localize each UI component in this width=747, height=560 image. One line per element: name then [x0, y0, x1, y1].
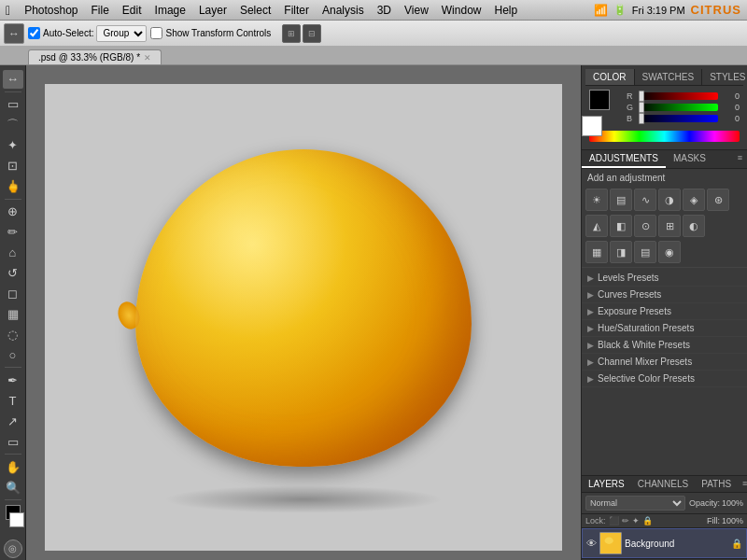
clone-tool[interactable]: ⌂	[3, 244, 23, 262]
tab-channels[interactable]: CHANNELS	[631, 476, 695, 492]
dodge-tool[interactable]: ○	[3, 345, 23, 364]
g-bar[interactable]	[639, 104, 718, 111]
blend-mode-select[interactable]: NormalMultiplyScreen	[585, 496, 685, 511]
move-tool-button[interactable]: ↔	[4, 23, 24, 44]
menu-help[interactable]: Help	[487, 4, 524, 17]
zoom-tool[interactable]: 🔍	[3, 478, 23, 497]
options-bar: ↔ Auto-Select: GroupLayer Show Transform…	[0, 21, 747, 47]
gradient-tool[interactable]: ▦	[3, 304, 23, 323]
document-tab[interactable]: .psd @ 33.3% (RGB/8) * ✕	[28, 49, 162, 64]
brightness-contrast-btn[interactable]: ☀	[585, 189, 608, 211]
quick-mask-btn[interactable]: ◎	[4, 539, 22, 558]
adj-icons-row-3: ▦ ◨ ▤ ◉	[582, 239, 747, 265]
color-balance-btn[interactable]: ◭	[585, 215, 608, 237]
menu-3d[interactable]: 3D	[371, 4, 398, 17]
curves-btn[interactable]: ∿	[634, 189, 656, 211]
adj-panel-minimize[interactable]: ≡	[733, 150, 747, 168]
menu-view[interactable]: View	[398, 4, 435, 17]
menu-filter[interactable]: Filter	[277, 4, 316, 17]
menu-select[interactable]: Select	[233, 4, 277, 17]
bw-btn[interactable]: ◧	[610, 215, 632, 237]
tab-masks[interactable]: MASKS	[666, 150, 713, 168]
tab-layers[interactable]: LAYERS	[582, 476, 631, 492]
posterize-btn[interactable]: ▦	[585, 241, 608, 263]
color-panel: COLOR SWATCHES STYLES ≡ R 0	[582, 65, 747, 150]
layers-lock-row: Lock: ⬛ ✏ ✦ 🔒 Fill: 100%	[582, 514, 747, 528]
crop-tool[interactable]: ⊡	[3, 157, 23, 175]
invert-btn[interactable]: ◐	[683, 215, 705, 237]
panels: COLOR SWATCHES STYLES ≡ R 0	[581, 65, 747, 560]
background-color[interactable]	[9, 512, 24, 527]
apple-logo-icon[interactable]: 	[6, 3, 10, 18]
group-select[interactable]: GroupLayer	[96, 25, 147, 42]
menu-image[interactable]: Image	[148, 4, 192, 17]
gradient-map-btn[interactable]: ▤	[634, 241, 656, 263]
layer-visibility-icon[interactable]: 👁	[586, 538, 597, 549]
channel-mixer-btn[interactable]: ⊞	[658, 215, 681, 237]
channel-b-row: B 0	[627, 114, 740, 123]
distribute-button[interactable]: ⊟	[303, 24, 321, 43]
r-bar[interactable]	[639, 92, 718, 100]
preset-huesat[interactable]: ▶ Hue/Saturation Presets	[582, 320, 747, 337]
exposure-btn[interactable]: ◑	[658, 189, 681, 211]
menu-analysis[interactable]: Analysis	[316, 4, 371, 17]
tab-paths[interactable]: PATHS	[695, 476, 738, 492]
hue-sat-btn[interactable]: ⊛	[707, 189, 729, 211]
preset-selectivecolor[interactable]: ▶ Selective Color Presets	[582, 371, 747, 387]
history-brush-tool[interactable]: ↺	[3, 264, 23, 283]
canvas-area[interactable]: AppleInsider 33.33% 🔒 Doc: 5.49M/5.49M	[26, 65, 581, 560]
hand-tool[interactable]: ✋	[3, 457, 23, 476]
preset-channelmixer[interactable]: ▶ Channel Mixer Presets	[582, 354, 747, 371]
menu-layer[interactable]: Layer	[192, 4, 233, 17]
opacity-label: Opacity:	[689, 498, 720, 508]
b-bar[interactable]	[639, 115, 718, 122]
preset-exposure[interactable]: ▶ Exposure Presets	[582, 303, 747, 320]
color-boxes-panel	[589, 90, 623, 123]
lasso-tool[interactable]: ⌒	[3, 116, 23, 134]
tab-color[interactable]: COLOR	[585, 69, 635, 85]
bg-color-swatch[interactable]	[582, 116, 602, 136]
layer-background-row[interactable]: 👁 Background 🔒	[582, 528, 747, 558]
svg-point-1	[605, 538, 613, 544]
lock-position-btn[interactable]: ✦	[632, 516, 640, 525]
lock-all-btn[interactable]: 🔒	[642, 516, 653, 525]
path-select-tool[interactable]: ↗	[3, 412, 23, 430]
selection-tool[interactable]: ▭	[3, 95, 23, 114]
levels-btn[interactable]: ▤	[610, 189, 632, 211]
preset-curves[interactable]: ▶ Curves Presets	[582, 287, 747, 303]
lock-transparent-btn[interactable]: ⬛	[609, 516, 619, 525]
magic-wand-tool[interactable]: ✦	[3, 136, 23, 155]
menu-edit[interactable]: Edit	[116, 4, 148, 17]
eraser-tool[interactable]: ◻	[3, 285, 23, 303]
brush-tool[interactable]: ✏	[3, 223, 23, 242]
preset-bw[interactable]: ▶ Black & White Presets	[582, 337, 747, 354]
heal-tool[interactable]: ⊕	[3, 203, 23, 221]
layer-name: Background	[625, 539, 728, 549]
vibrance-btn[interactable]: ◈	[683, 189, 705, 211]
move-tool[interactable]: ↔	[3, 70, 23, 89]
fg-color-swatch[interactable]	[589, 90, 610, 110]
eyedropper-tool[interactable]: 🖕	[3, 177, 23, 196]
transform-checkbox[interactable]	[150, 27, 162, 39]
selective-color-btn[interactable]: ◉	[658, 241, 681, 263]
preset-levels[interactable]: ▶ Levels Presets	[582, 270, 747, 287]
close-tab-icon[interactable]: ✕	[144, 53, 151, 63]
type-tool[interactable]: T	[3, 391, 23, 410]
tab-adjustments[interactable]: ADJUSTMENTS	[582, 150, 666, 168]
photo-filter-btn[interactable]: ⊙	[634, 215, 656, 237]
shape-tool[interactable]: ▭	[3, 432, 23, 451]
tab-styles[interactable]: STYLES	[702, 69, 747, 85]
auto-select-checkbox[interactable]	[28, 27, 40, 39]
layers-panel-minimize[interactable]: ≡	[738, 476, 747, 492]
menu-window[interactable]: Window	[435, 4, 488, 17]
blur-tool[interactable]: ◌	[3, 325, 23, 343]
threshold-btn[interactable]: ◨	[610, 241, 632, 263]
color-gradient[interactable]	[589, 131, 740, 142]
pen-tool[interactable]: ✒	[3, 371, 23, 389]
menu-photoshop[interactable]: Photoshop	[18, 4, 84, 17]
align-button[interactable]: ⊞	[282, 24, 301, 43]
lock-image-btn[interactable]: ✏	[622, 516, 629, 525]
menu-file[interactable]: File	[85, 4, 116, 17]
tab-swatches[interactable]: SWATCHES	[635, 69, 703, 85]
color-spectrum[interactable]	[585, 125, 743, 146]
